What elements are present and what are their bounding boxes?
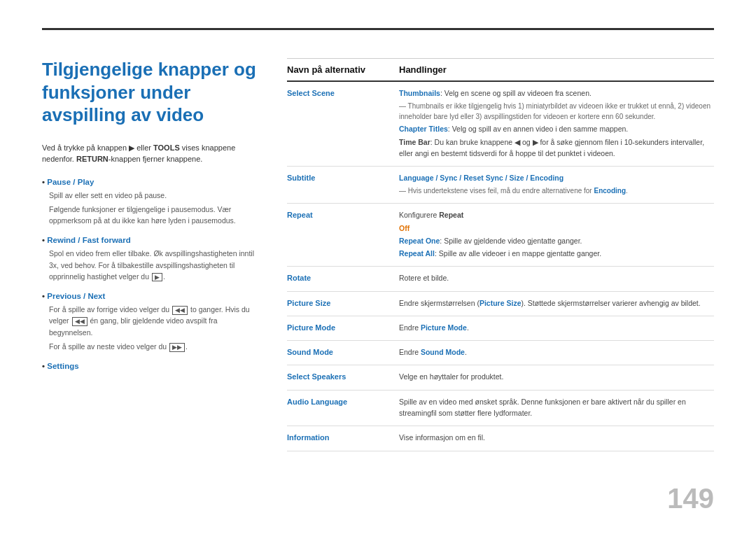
bullet-title-previous-next: Previous / Next xyxy=(42,292,259,300)
row-content-rotate: Rotere et bilde. xyxy=(399,272,714,285)
row-name-repeat: Repeat xyxy=(287,209,399,219)
bullet-body-pause-play-1: Spill av eller sett en video på pause. xyxy=(42,190,259,201)
bullet-title-rewind: Rewind / Fast forward xyxy=(42,236,259,244)
row-content-audio-language: Spille av en video med ønsket språk. Den… xyxy=(399,396,714,421)
bullet-body-rewind: Spol en video frem eller tilbake. Øk avs… xyxy=(42,248,259,282)
table-row: Information Vise informasjon om en fil. xyxy=(287,426,714,451)
table-row: Repeat Konfigurere Repeat Off Repeat One… xyxy=(287,204,714,267)
row-content-sound-mode: Endre Sound Mode. xyxy=(399,346,714,359)
table-row: Rotate Rotere et bilde. xyxy=(287,267,714,291)
page-title: Tilgjengelige knapper og funksjoner unde… xyxy=(42,58,259,127)
row-content-repeat: Konfigurere Repeat Off Repeat One: Spill… xyxy=(399,209,714,260)
table-row: Audio Language Spille av en video med øn… xyxy=(287,391,714,427)
row-content-information: Vise informasjon om en fil. xyxy=(399,432,714,444)
row-name-rotate: Rotate xyxy=(287,272,399,282)
table-row: Subtitle Language / Sync / Reset Sync / … xyxy=(287,167,714,204)
row-name-picture-size: Picture Size xyxy=(287,297,399,307)
col-header-action: Handlinger xyxy=(399,64,714,75)
row-name-subtitle: Subtitle xyxy=(287,172,399,182)
table-row: Select Speakers Velge en høyttaler for p… xyxy=(287,365,714,390)
bullet-settings: Settings xyxy=(42,362,259,370)
bullet-body-previous-next-1: For å spille av forrige video velger du … xyxy=(42,304,259,338)
top-border xyxy=(42,28,714,30)
row-name-select-speakers: Select Speakers xyxy=(287,371,399,381)
row-content-subtitle: Language / Sync / Reset Sync / Size / En… xyxy=(399,172,714,197)
row-name-information: Information xyxy=(287,432,399,442)
bullet-title-pause-play: Pause / Play xyxy=(42,178,259,186)
bullet-body-pause-play-2: Følgende funksjoner er tilgjengelige i p… xyxy=(42,204,259,227)
row-name-select-scene: Select Scene xyxy=(287,87,399,97)
bullet-body-previous-next-2: For å spille av neste video velger du ▶▶… xyxy=(42,341,259,352)
row-content-picture-mode: Endre Picture Mode. xyxy=(399,322,714,335)
page-container: Tilgjengelige knapper og funksjoner unde… xyxy=(0,0,756,534)
row-name-picture-mode: Picture Mode xyxy=(287,322,399,332)
table-row: Picture Mode Endre Picture Mode. xyxy=(287,316,714,341)
right-column: Navn på alternativ Handlinger Select Sce… xyxy=(287,58,714,506)
row-name-audio-language: Audio Language xyxy=(287,396,399,406)
bullet-previous-next: Previous / Next For å spille av forrige … xyxy=(42,292,259,352)
row-content-picture-size: Endre skjermstørrelsen (Picture Size). S… xyxy=(399,297,714,310)
col-header-name: Navn på alternativ xyxy=(287,64,399,75)
table-header: Navn på alternativ Handlinger xyxy=(287,59,714,82)
table-row: Sound Mode Endre Sound Mode. xyxy=(287,341,714,365)
row-content-select-scene: Thumbnails: Velg en scene og spill av vi… xyxy=(399,87,714,160)
left-column: Tilgjengelige knapper og funksjoner unde… xyxy=(42,58,259,506)
content-area: Tilgjengelige knapper og funksjoner unde… xyxy=(42,58,714,506)
intro-text: Ved å trykke på knappen ▶ eller TOOLS vi… xyxy=(42,142,259,165)
row-content-select-speakers: Velge en høyttaler for produktet. xyxy=(399,371,714,384)
page-number: 149 xyxy=(667,483,714,514)
row-name-sound-mode: Sound Mode xyxy=(287,346,399,356)
bullet-pause-play: Pause / Play Spill av eller sett en vide… xyxy=(42,178,259,227)
bullet-rewind: Rewind / Fast forward Spol en video frem… xyxy=(42,236,259,282)
table-row: Picture Size Endre skjermstørrelsen (Pic… xyxy=(287,292,714,316)
table-row: Select Scene Thumbnails: Velg en scene o… xyxy=(287,82,714,167)
bullet-title-settings: Settings xyxy=(42,362,259,370)
